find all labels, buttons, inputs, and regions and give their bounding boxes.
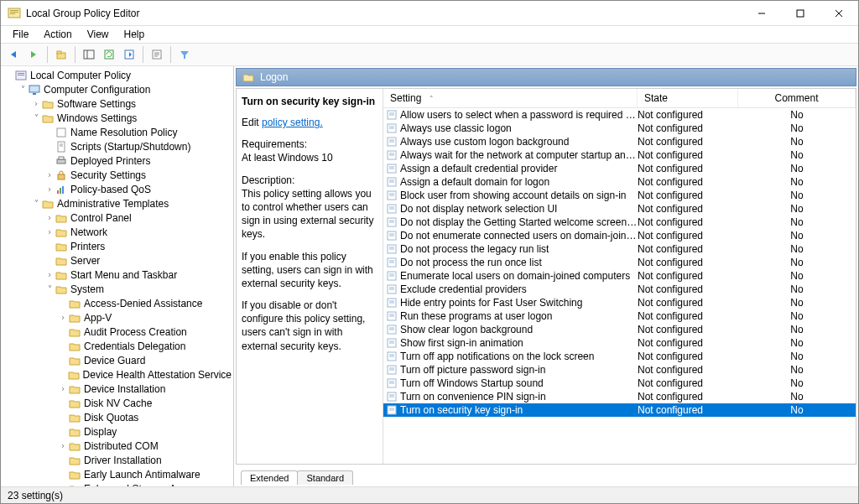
expand-icon[interactable]: › xyxy=(44,270,55,279)
setting-row[interactable]: Always use classic logonNot configuredNo xyxy=(383,122,856,135)
tree-system-item[interactable]: Disk Quotas xyxy=(56,410,233,424)
tree-system-item[interactable]: Display xyxy=(56,424,233,439)
setting-comment: No xyxy=(738,391,856,403)
svg-rect-1 xyxy=(10,10,18,11)
setting-comment: No xyxy=(738,136,856,148)
tree-deployed-printers[interactable]: Deployed Printers xyxy=(43,153,233,168)
col-setting[interactable]: Setting ˄ xyxy=(383,89,638,107)
expand-icon[interactable]: › xyxy=(58,441,68,450)
setting-state: Not configured xyxy=(638,377,738,389)
export-list-button[interactable] xyxy=(120,45,138,64)
setting-row[interactable]: Exclude credential providersNot configur… xyxy=(383,283,856,296)
setting-row[interactable]: Turn on convenience PIN sign-inNot confi… xyxy=(383,390,856,403)
policy-item-icon xyxy=(383,231,400,241)
up-button[interactable] xyxy=(52,45,70,64)
tree-root[interactable]: Local Computer Policy xyxy=(3,68,233,82)
setting-row[interactable]: Do not process the run once listNot conf… xyxy=(383,256,856,269)
collapse-icon[interactable]: ˅ xyxy=(18,85,28,94)
menu-action[interactable]: Action xyxy=(37,27,78,42)
tree-computer-configuration[interactable]: ˅ Computer Configuration xyxy=(16,82,233,96)
minimize-button[interactable] xyxy=(742,1,781,26)
tree-software-settings[interactable]: ›Software Settings xyxy=(29,96,233,111)
tab-extended[interactable]: Extended xyxy=(241,470,298,485)
setting-row[interactable]: Run these programs at user logonNot conf… xyxy=(383,309,856,323)
maximize-button[interactable] xyxy=(781,1,820,26)
setting-row[interactable]: Turn on security key sign-inNot configur… xyxy=(383,403,856,417)
expand-icon[interactable]: › xyxy=(44,184,55,194)
folder-icon xyxy=(68,411,81,424)
setting-row[interactable]: Enumerate local users on domain-joined c… xyxy=(383,269,856,283)
col-comment[interactable]: Comment xyxy=(738,89,856,107)
tree-startmenu[interactable]: ›Start Menu and Taskbar xyxy=(43,268,233,282)
tree-system-item[interactable]: Credentials Delegation xyxy=(56,339,233,353)
tree-control-panel[interactable]: ›Control Panel xyxy=(43,210,233,225)
tree-system-item[interactable]: ›Device Installation xyxy=(56,382,233,396)
tree-security-settings[interactable]: ›Security Settings xyxy=(43,168,233,182)
tab-standard[interactable]: Standard xyxy=(297,470,353,485)
setting-row[interactable]: Turn off app notifications on the lock s… xyxy=(383,350,856,363)
tree-name-resolution[interactable]: Name Resolution Policy xyxy=(43,125,233,139)
refresh-button[interactable] xyxy=(100,45,118,64)
tree-qos[interactable]: ›Policy-based QoS xyxy=(43,182,233,196)
tree-system-item[interactable]: Driver Installation xyxy=(56,453,233,467)
back-button[interactable] xyxy=(4,45,23,64)
setting-row[interactable]: Do not display the Getting Started welco… xyxy=(383,216,856,229)
printer-icon xyxy=(55,154,68,168)
setting-row[interactable]: Do not display network selection UINot c… xyxy=(383,202,856,216)
tree-windows-settings[interactable]: ˅Windows Settings xyxy=(29,111,233,125)
settings-list[interactable]: Setting ˄ State Comment Allow users to s… xyxy=(383,89,856,464)
expand-icon[interactable]: › xyxy=(58,384,68,393)
tree-system-item[interactable]: Device Guard xyxy=(56,353,233,367)
forward-button[interactable] xyxy=(24,45,43,64)
menu-help[interactable]: Help xyxy=(117,27,152,42)
collapse-icon[interactable]: ˅ xyxy=(44,284,55,294)
expand-icon[interactable]: › xyxy=(44,227,55,236)
tree-pane[interactable]: Local Computer Policy ˅ Computer Configu… xyxy=(1,66,234,486)
expand-icon[interactable]: › xyxy=(44,170,55,179)
menu-bar: File Action View Help xyxy=(1,26,858,43)
tree-system-item[interactable]: ›App-V xyxy=(56,310,233,325)
tree-system[interactable]: ˅System xyxy=(43,282,233,296)
setting-row[interactable]: Always wait for the network at computer … xyxy=(383,148,856,162)
collapse-icon[interactable]: ˅ xyxy=(31,113,41,122)
close-button[interactable] xyxy=(820,1,858,26)
expand-icon[interactable]: › xyxy=(44,213,55,222)
setting-row[interactable]: Do not enumerate connected users on doma… xyxy=(383,229,856,242)
setting-row[interactable]: Turn off Windows Startup soundNot config… xyxy=(383,377,856,390)
setting-row[interactable]: Allow users to select when a password is… xyxy=(383,108,856,122)
tree-label: Control Panel xyxy=(70,212,132,224)
col-state[interactable]: State xyxy=(638,89,738,107)
tree-admin-templates[interactable]: ˅Administrative Templates xyxy=(29,196,233,210)
tree-label: Software Settings xyxy=(57,98,136,110)
setting-row[interactable]: Always use custom logon backgroundNot co… xyxy=(383,135,856,148)
edit-policy-link[interactable]: policy setting. xyxy=(262,117,323,128)
setting-row[interactable]: Hide entry points for Fast User Switchin… xyxy=(383,296,856,309)
show-hide-tree-button[interactable] xyxy=(80,45,98,64)
setting-row[interactable]: Assign a default domain for logonNot con… xyxy=(383,175,856,189)
filter-button[interactable] xyxy=(175,45,194,64)
setting-state: Not configured xyxy=(638,216,738,228)
tree-label: Device Health Attestation Service xyxy=(83,369,232,381)
tree-system-item[interactable]: Early Launch Antimalware xyxy=(56,467,233,481)
tree-system-item[interactable]: Audit Process Creation xyxy=(56,325,233,339)
properties-button[interactable] xyxy=(148,45,166,64)
expand-icon[interactable]: › xyxy=(58,313,68,322)
tree-system-item[interactable]: Access-Denied Assistance xyxy=(56,296,233,310)
expand-icon[interactable]: › xyxy=(31,99,41,108)
tree-printers[interactable]: Printers xyxy=(43,239,233,253)
tree-scripts[interactable]: Scripts (Startup/Shutdown) xyxy=(43,139,233,153)
tree-network[interactable]: ›Network xyxy=(43,225,233,239)
setting-row[interactable]: Block user from showing account details … xyxy=(383,189,856,202)
tree-system-item[interactable]: Disk NV Cache xyxy=(56,396,233,410)
setting-row[interactable]: Show first sign-in animationNot configur… xyxy=(383,336,856,350)
setting-row[interactable]: Turn off picture password sign-inNot con… xyxy=(383,363,856,377)
tree-system-item[interactable]: ›Distributed COM xyxy=(56,439,233,453)
menu-file[interactable]: File xyxy=(6,27,35,42)
collapse-icon[interactable]: ˅ xyxy=(31,199,41,208)
setting-row[interactable]: Assign a default credential providerNot … xyxy=(383,162,856,175)
menu-view[interactable]: View xyxy=(81,27,116,42)
tree-system-item[interactable]: Device Health Attestation Service xyxy=(56,367,233,382)
setting-row[interactable]: Show clear logon backgroundNot configure… xyxy=(383,323,856,336)
tree-server[interactable]: Server xyxy=(43,253,233,268)
setting-row[interactable]: Do not process the legacy run listNot co… xyxy=(383,242,856,256)
